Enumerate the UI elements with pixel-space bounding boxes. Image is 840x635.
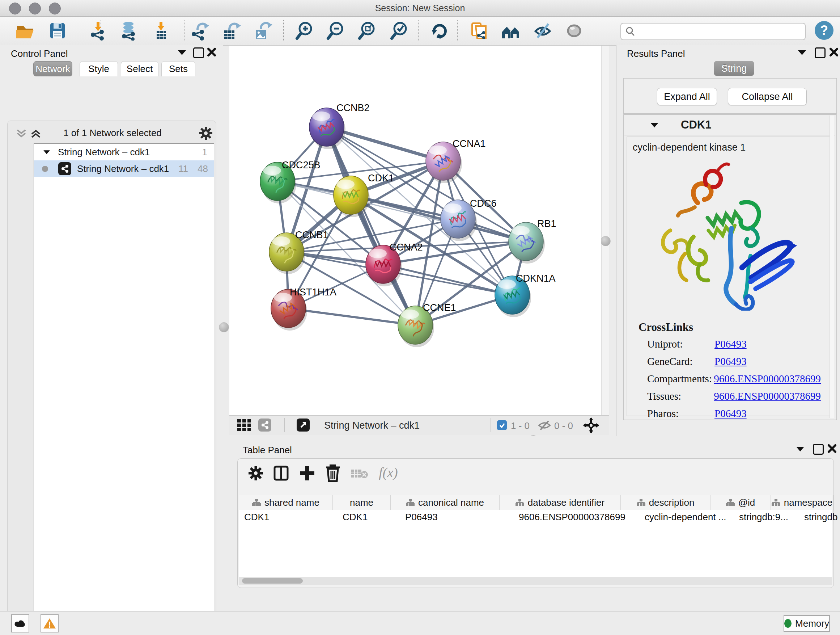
node-CCNA1[interactable]: CCNA1 <box>426 138 486 183</box>
crosslink-link[interactable]: P06493 <box>714 408 747 420</box>
preview-eye-button[interactable] <box>564 20 584 41</box>
grid-view-icon[interactable] <box>237 419 253 432</box>
import-network-database-button[interactable] <box>118 20 139 41</box>
column-header-description[interactable]: description <box>621 495 711 510</box>
network-row-selected[interactable]: String Network – cdk1 11 48 <box>34 160 214 177</box>
tree-expander-icon[interactable] <box>43 150 50 154</box>
cell-name[interactable]: CDK1 <box>338 510 400 524</box>
titlebar: Session: New Session <box>0 0 840 17</box>
node-CCNA2[interactable]: CCNA2 <box>366 242 423 287</box>
table-panel-float-button[interactable] <box>796 447 804 451</box>
save-session-button[interactable] <box>47 20 68 41</box>
cell-namespace[interactable]: stringdb <box>799 510 840 524</box>
node-CCNE1[interactable]: CCNE1 <box>398 302 456 347</box>
gear-icon[interactable] <box>199 126 213 141</box>
hide-unhide-button[interactable] <box>532 20 553 41</box>
control-panel-float-button[interactable] <box>178 50 186 55</box>
column-header-name[interactable]: name <box>333 495 391 510</box>
zoom-in-button[interactable] <box>294 20 315 41</box>
expand-all-button[interactable]: Expand All <box>657 88 717 105</box>
crosslink-link[interactable]: P06493 <box>714 338 747 350</box>
crosslink-link[interactable]: 9606.ENSP00000378699 <box>714 373 821 385</box>
birdseye-crosshair-icon[interactable] <box>583 417 599 433</box>
edge-HIST1H1A-CCNE1[interactable] <box>288 309 415 325</box>
node-CCNB2[interactable]: CCNB2 <box>309 103 370 149</box>
crosslink-link[interactable]: 9606.ENSP00000378699 <box>714 390 821 402</box>
hierarchy-icon <box>772 499 780 507</box>
cell-shared-name[interactable]: CDK1 <box>239 510 338 524</box>
collapse-all-button[interactable]: Collapse All <box>728 88 807 105</box>
node-label-CCNA2: CCNA2 <box>390 242 423 253</box>
cell--id[interactable]: stringdb:9... <box>734 510 799 524</box>
gene-header-row[interactable]: CDK1 <box>624 115 835 135</box>
string-network-graph[interactable]: CCNB2CCNA1CDC25BCDK1CDC6RB1CCNB1CCNA2CDK… <box>229 46 601 415</box>
scrollbar-thumb[interactable] <box>242 578 303 584</box>
left-splitter-handle[interactable] <box>219 322 229 333</box>
table-panel-maximize-button[interactable] <box>813 444 824 455</box>
add-column-icon[interactable] <box>298 464 316 482</box>
split-columns-icon[interactable] <box>272 464 290 482</box>
cell-database-identifier[interactable]: 9606.ENSP00000378699 <box>514 510 639 524</box>
crosslink-row: Uniprot:P06493 <box>647 338 821 350</box>
tab-style[interactable]: Style <box>80 61 118 76</box>
results-panel-close-button[interactable] <box>829 48 838 58</box>
zoom-selected-button[interactable] <box>388 20 409 41</box>
export-table-button[interactable] <box>220 20 241 41</box>
network-view-share-icon[interactable] <box>258 418 271 432</box>
table-row[interactable]: CDK1CDK1P064939606.ENSP00000378699cyclin… <box>239 510 832 524</box>
import-network-file-button[interactable] <box>88 20 109 41</box>
cloud-button[interactable] <box>11 614 29 632</box>
open-session-button[interactable] <box>14 20 35 41</box>
network-results-splitter[interactable] <box>601 46 610 415</box>
tab-network[interactable]: Network <box>33 61 73 76</box>
string-import-button[interactable] <box>468 20 489 41</box>
node-HIST1H1A[interactable]: HIST1H1A <box>271 287 336 331</box>
export-image-button[interactable] <box>252 20 273 41</box>
network-collection-row[interactable]: String Network – cdk1 1 <box>34 144 214 160</box>
results-panel-float-button[interactable] <box>798 50 806 55</box>
delete-column-trash-icon[interactable] <box>325 464 341 482</box>
column-header-shared-name[interactable]: shared name <box>239 495 333 510</box>
import-database-icon <box>118 20 139 41</box>
zoom-fit-button[interactable] <box>356 20 377 41</box>
cell-description[interactable]: cyclin-dependent ... <box>639 510 734 524</box>
string-home-button[interactable] <box>500 20 521 41</box>
tab-select[interactable]: Select <box>121 61 158 76</box>
results-panel-maximize-button[interactable] <box>815 48 826 58</box>
table-panel-title: Table Panel <box>243 445 292 456</box>
node-CDKN1A[interactable]: CDKN1A <box>495 273 556 317</box>
crosslink-link[interactable]: P06493 <box>714 356 747 367</box>
hidden-eye-slash-icon[interactable] <box>538 420 551 431</box>
selected-checkbox-icon[interactable] <box>497 420 507 430</box>
results-scrollbar[interactable] <box>829 116 834 418</box>
cell-canonical-name[interactable]: P06493 <box>400 510 514 524</box>
column-header-database-identifier[interactable]: database identifier <box>500 495 621 510</box>
eye-slash-icon <box>532 20 553 41</box>
table-gear-icon[interactable] <box>248 465 264 481</box>
node-RB1[interactable]: RB1 <box>508 218 556 264</box>
help-button[interactable]: ? <box>815 21 834 40</box>
collapse-all-chevron-icon[interactable] <box>16 129 28 138</box>
control-panel-maximize-button[interactable] <box>193 48 204 58</box>
export-network-button[interactable] <box>189 20 210 41</box>
detach-view-button[interactable] <box>297 418 309 432</box>
zoom-out-button[interactable] <box>325 20 346 41</box>
expand-all-chevron-icon[interactable] <box>30 129 42 138</box>
tab-sets[interactable]: Sets <box>161 61 195 76</box>
column-header--id[interactable]: @id <box>711 495 771 510</box>
warning-button[interactable] <box>41 614 58 632</box>
right-splitter-handle[interactable] <box>600 236 611 246</box>
column-header-canonical-name[interactable]: canonical name <box>391 495 500 510</box>
refresh-layout-button[interactable] <box>429 20 450 41</box>
search-input[interactable] <box>636 26 793 37</box>
column-header-namespace[interactable]: namespace <box>771 495 834 510</box>
network-canvas[interactable]: CCNB2CCNA1CDC25BCDK1CDC6RB1CCNB1CCNA2CDK… <box>229 46 601 415</box>
import-table-file-button[interactable] <box>150 20 172 41</box>
tab-string[interactable]: String <box>714 61 754 76</box>
table-horizontal-scrollbar[interactable] <box>239 577 832 585</box>
gene-expander-icon[interactable] <box>651 123 658 127</box>
table-panel-close-button[interactable] <box>827 444 837 455</box>
node-CDC25B[interactable]: CDC25B <box>260 160 321 203</box>
memory-button[interactable]: Memory <box>783 615 830 632</box>
control-panel-close-button[interactable] <box>207 48 216 58</box>
